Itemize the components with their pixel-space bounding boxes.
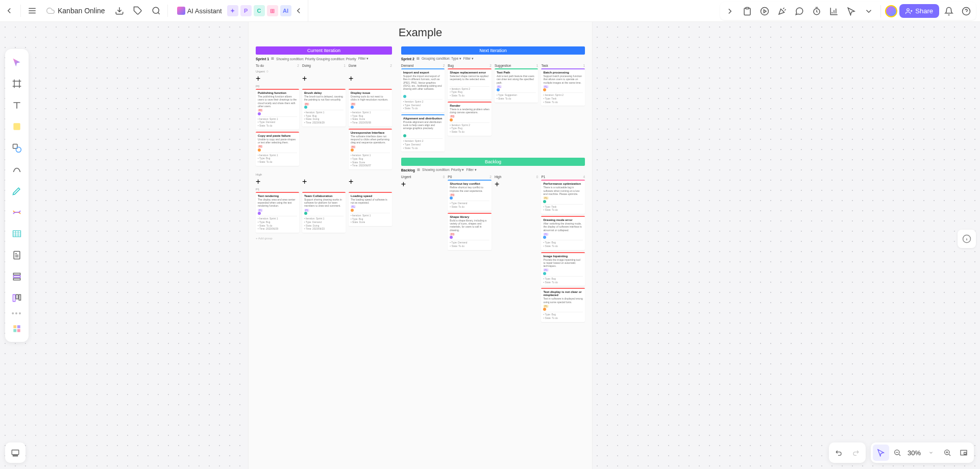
- slides-button[interactable]: [5, 442, 26, 463]
- kanban-card[interactable]: Shape libraryBuild a shape library, incl…: [448, 213, 492, 250]
- kanban-card[interactable]: Publishing functionThe publishing functi…: [256, 89, 299, 130]
- connector-tool[interactable]: [8, 202, 26, 223]
- undo-button[interactable]: [831, 445, 847, 461]
- kanban-card[interactable]: Batch processingSupport batch processing…: [541, 68, 585, 106]
- cursor-button[interactable]: [844, 4, 859, 19]
- list-tool[interactable]: [8, 266, 26, 287]
- zoom-dropdown[interactable]: [923, 445, 939, 461]
- kanban-card[interactable]: RenderThere is a rendering problem when …: [448, 102, 492, 136]
- sprint2-header: Sprint 2 ⊞Grouping condition: Type ▾ Fil…: [401, 57, 585, 61]
- urgent-todo[interactable]: +: [256, 74, 299, 83]
- kanban-card[interactable]: Shape replacement errorSelected shape ca…: [448, 68, 492, 100]
- group-high[interactable]: High: [256, 173, 392, 176]
- comment-button[interactable]: [792, 4, 807, 19]
- ai-chip-grid[interactable]: ⊞: [267, 5, 278, 16]
- bl-urgent-empty[interactable]: +: [401, 180, 445, 189]
- zoom-out-button[interactable]: [889, 445, 905, 461]
- celebrate-button[interactable]: [774, 4, 790, 19]
- more-tools[interactable]: •••: [12, 309, 22, 317]
- bl-high-empty[interactable]: +: [495, 180, 538, 189]
- urgent-doing[interactable]: +: [302, 74, 346, 83]
- high-todo[interactable]: +: [256, 177, 299, 186]
- menu-button[interactable]: [23, 2, 41, 20]
- tag-button[interactable]: [129, 2, 147, 20]
- kanban-card[interactable]: Drawing mode errorAfter switching the dr…: [541, 216, 585, 250]
- add-group[interactable]: + Add group: [256, 237, 392, 240]
- zoom-level[interactable]: 30%: [905, 449, 923, 457]
- zoom-in-button[interactable]: [939, 445, 955, 461]
- shape-tool[interactable]: [8, 138, 26, 158]
- col-doing-count: 1: [344, 64, 346, 67]
- play-button[interactable]: [757, 4, 772, 19]
- share-button[interactable]: Share: [899, 4, 939, 18]
- minimap-button[interactable]: [955, 445, 972, 461]
- sprint2-name: Sprint 2: [401, 57, 414, 61]
- bl-p0: P02Shortcut key conflictRefine shortcut …: [448, 174, 492, 324]
- kanban-card[interactable]: Performance optimizationThere is a notic…: [541, 180, 585, 214]
- ai-chip-c[interactable]: C: [254, 5, 265, 16]
- kanban-card[interactable]: Alignment and distributionProvide alignm…: [401, 114, 445, 152]
- info-button[interactable]: [958, 230, 976, 248]
- kanban-card[interactable]: Import and exportSupport the import and …: [401, 68, 445, 112]
- add-col[interactable]: +: [349, 63, 351, 66]
- pen-tool[interactable]: [8, 181, 26, 201]
- sprint2-filter[interactable]: Filter ▾: [463, 57, 474, 61]
- sprint1-grouping[interactable]: Showing condition: Priority Grouping con…: [276, 57, 356, 61]
- expand-right-button[interactable]: [722, 4, 738, 19]
- high-done[interactable]: +: [349, 177, 392, 186]
- col-bug: Bug2Shape replacement errorSelected shap…: [448, 63, 492, 154]
- p1-todo: Text renderingThe display area and area …: [256, 192, 299, 235]
- kanban-card[interactable]: Text renderingThe display area and area …: [256, 192, 299, 233]
- doc-tool[interactable]: [8, 245, 26, 265]
- sprint1-filter[interactable]: Filter ▾: [358, 57, 369, 61]
- kanban-card[interactable]: Unresponsive InterfaceThe software inter…: [349, 129, 392, 169]
- urgent-done[interactable]: +: [349, 74, 392, 83]
- timer-button[interactable]: [809, 4, 824, 19]
- user-avatar[interactable]: [885, 5, 897, 17]
- frame-tool[interactable]: [8, 73, 26, 94]
- select-tool[interactable]: [8, 52, 26, 72]
- text-tool[interactable]: [8, 95, 26, 115]
- search-button[interactable]: [147, 2, 165, 20]
- notification-button[interactable]: [941, 4, 957, 19]
- document-name[interactable]: Kanban Online: [41, 7, 110, 15]
- backlog-filter[interactable]: Filter ▾: [466, 168, 476, 172]
- kanban-card[interactable]: Display issueDrawing tools do not react …: [349, 89, 392, 127]
- group-p0[interactable]: P0: [256, 85, 392, 88]
- group-p1[interactable]: P1: [256, 188, 392, 191]
- redo-button[interactable]: [847, 445, 864, 461]
- phase-current[interactable]: Current Iteration: [256, 46, 392, 55]
- ai-collapse-button[interactable]: [293, 2, 304, 20]
- high-doing[interactable]: +: [302, 177, 346, 186]
- kanban-card[interactable]: Text PathAdd a text path feature that us…: [495, 68, 538, 103]
- kanban-card[interactable]: Brush delayThe brush tool is delayed, ca…: [302, 89, 346, 127]
- table-tool[interactable]: [8, 224, 26, 244]
- chart-button[interactable]: [826, 4, 842, 19]
- kanban-card[interactable]: Shortcut key conflictRefine shortcut key…: [448, 180, 492, 210]
- kanban-card[interactable]: Team CollaborationSupport sharing drawin…: [302, 192, 346, 233]
- kanban-card[interactable]: Image InpaintingProvide the image inpain…: [541, 252, 585, 286]
- ai-assistant-button[interactable]: AI Assistant: [174, 7, 225, 15]
- kanban-card[interactable]: Loading speedThe loading speed of softwa…: [349, 192, 392, 226]
- line-tool[interactable]: [8, 159, 26, 180]
- kanban-tool[interactable]: [8, 288, 26, 308]
- help-button[interactable]: [959, 4, 974, 19]
- kanban-card[interactable]: Text display is not clear or misplacedTe…: [541, 288, 585, 322]
- sprint2-grouping[interactable]: Grouping condition: Type ▾: [422, 57, 461, 61]
- sticky-note-tool[interactable]: [8, 116, 26, 137]
- back-button[interactable]: [0, 2, 18, 20]
- more-button[interactable]: [861, 4, 876, 19]
- ai-chip-p[interactable]: P: [240, 5, 252, 16]
- download-button[interactable]: [110, 2, 129, 20]
- canvas-page[interactable]: Example Current Iteration Sprint 1 ⊞Show…: [249, 22, 592, 469]
- ai-chip-sparkle[interactable]: ✦: [227, 5, 238, 16]
- pointer-mode[interactable]: [873, 445, 889, 461]
- backlog-grouping[interactable]: Showing condition: Priority ▾: [422, 168, 464, 172]
- clipboard-button[interactable]: [740, 4, 755, 19]
- kanban-card[interactable]: Copy and paste failureUnable to copy and…: [256, 132, 299, 166]
- ai-chip-ai[interactable]: AI: [280, 5, 291, 16]
- group-urgent[interactable]: Urgent 0: [256, 70, 392, 73]
- apps-tool[interactable]: [8, 318, 26, 339]
- phase-next[interactable]: Next Iteration: [401, 46, 585, 55]
- phase-backlog[interactable]: Backlog: [401, 158, 585, 166]
